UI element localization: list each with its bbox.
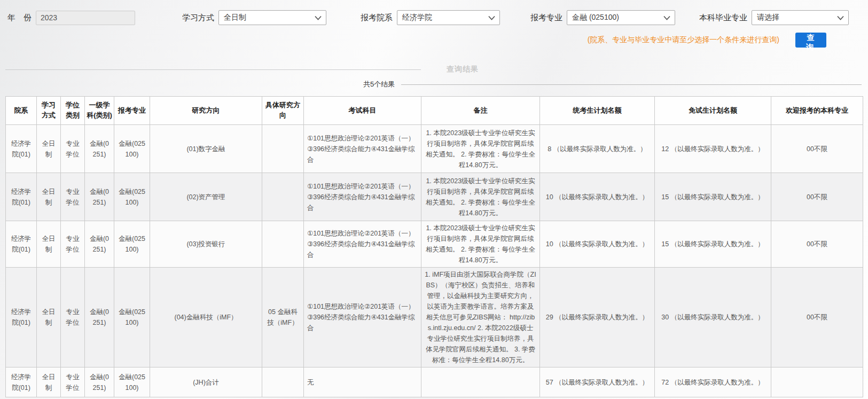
legend-divider: [5, 69, 421, 70]
table-cell: (01)数字金融: [150, 125, 262, 173]
table-cell: 经济学院(01): [6, 221, 37, 268]
column-header: 备注: [421, 97, 540, 125]
table-cell: 经济学院(01): [6, 173, 37, 221]
table-cell: 10 （以最终实际录取人数为准。）: [540, 173, 655, 221]
department-select[interactable]: 经济学院: [397, 10, 500, 25]
table-cell: 金融(0251): [85, 221, 114, 268]
table-cell: [262, 173, 304, 221]
table-cell: 经济学院(01): [6, 125, 37, 173]
table-cell: 全日制: [37, 173, 61, 221]
major-value: 金融 (025100): [572, 13, 619, 22]
department-value: 经济学院: [402, 13, 432, 22]
table-cell: 1. iMF项目由浙大国际联合商学院（ZIBS）（海宁校区）负责招生、培养和管理…: [421, 268, 540, 367]
chevron-down-icon: [663, 15, 670, 20]
table-cell: 专业学位: [61, 268, 85, 367]
query-button[interactable]: 查 询: [795, 33, 826, 48]
column-header: 院系: [6, 97, 37, 125]
results-legend-title: 查询结果: [447, 65, 479, 74]
study-mode-select[interactable]: 全日制: [218, 10, 326, 25]
table-cell: 经济学院(01): [6, 268, 37, 367]
column-header: 欢迎报考的本科专业: [771, 97, 863, 125]
table-cell: 57 （以最终实际录取人数为准。）: [540, 367, 655, 397]
results-count-row: 共5个结果: [363, 80, 862, 89]
table-cell: [262, 367, 304, 397]
table-cell: 8 （以最终实际录取人数为准。）: [540, 125, 655, 173]
table-cell: [771, 367, 863, 397]
table-cell: 1. 本院2023级硕士专业学位研究生实行项目制培养，具体见学院官网后续相关通知…: [421, 125, 540, 173]
table-cell: 15 （以最终实际录取人数为准。）: [655, 173, 771, 221]
column-header: 一级学科(类别): [85, 97, 114, 125]
table-cell: 00不限: [771, 268, 863, 367]
table-cell: (04)金融科技（iMF）: [150, 268, 262, 367]
table-cell: 专业学位: [61, 173, 85, 221]
results-table: 院系学习方式学位类别一级学科(类别)报考专业研究方向具体研究方向考试科目备注统考…: [5, 96, 863, 397]
table-cell: 金融(0251): [85, 125, 114, 173]
table-cell: 全日制: [37, 367, 61, 397]
table-cell: 29 （以最终实际录取人数为准。）: [540, 268, 655, 367]
table-cell: 00不限: [771, 173, 863, 221]
year-label: 年 份: [7, 13, 32, 23]
table-cell: 15 （以最终实际录取人数为准。）: [655, 221, 771, 268]
table-row: 经济学院(01)全日制专业学位金融(0251)金融(025100)(01)数字金…: [6, 125, 863, 173]
year-input[interactable]: [36, 11, 135, 25]
table-cell: (JH)合计: [150, 367, 262, 397]
table-cell: 金融(025100): [114, 125, 150, 173]
column-header: 免试生计划名额: [655, 97, 771, 125]
study-mode-value: 全日制: [224, 13, 246, 22]
table-cell: ①101思想政治理论②201英语（一）③396经济类综合能力④431金融学综合: [304, 173, 421, 221]
major-select[interactable]: 金融 (025100): [567, 10, 675, 25]
undergrad-major-label: 本科毕业专业: [699, 13, 747, 23]
table-cell: (03)投资银行: [150, 221, 262, 268]
table-cell: 12 （以最终实际录取人数为准。）: [655, 125, 771, 173]
table-row: 经济学院(01)全日制专业学位金融(0251)金融(025100)(04)金融科…: [6, 268, 863, 367]
table-row: 经济学院(01)全日制专业学位金融(0251)金融(025100)(JH)合计无…: [6, 367, 863, 397]
table-cell: 专业学位: [61, 367, 85, 397]
table-cell: ①101思想政治理论②201英语（一）③396经济类综合能力④431金融学综合: [304, 221, 421, 268]
table-cell: 1. 本院2023级硕士专业学位研究生实行项目制培养，具体见学院官网后续相关通知…: [421, 173, 540, 221]
column-header: 研究方向: [150, 97, 262, 125]
table-cell: 1. 本院2023级硕士专业学位研究生实行项目制培养，具体见学院官网后续相关通知…: [421, 221, 540, 268]
table-cell: 全日制: [37, 221, 61, 268]
table-cell: 经济学院(01): [6, 367, 37, 397]
table-cell: 金融(0251): [85, 173, 114, 221]
table-cell: 金融(025100): [114, 221, 150, 268]
table-cell: 00不限: [771, 221, 863, 268]
count-divider: [401, 84, 862, 85]
table-cell: [262, 221, 304, 268]
table-cell: 全日制: [37, 125, 61, 173]
table-cell: 72 （以最终实际录取人数为准。）: [655, 367, 771, 397]
table-cell: ①101思想政治理论②201英语（一）③396经济类综合能力④431金融学综合: [304, 268, 421, 367]
table-cell: [262, 125, 304, 173]
column-header: 考试科目: [304, 97, 421, 125]
table-cell: 金融(0251): [85, 268, 114, 367]
query-form: 年 份 学习方式 全日制 报考院系 经济学院 报考专业 金融 (025100) …: [7, 10, 868, 26]
table-cell: 30 （以最终实际录取人数为准。）: [655, 268, 771, 367]
table-cell: 无: [304, 367, 421, 397]
table-cell: 全日制: [37, 268, 61, 367]
table-cell: ①101思想政治理论②201英语（一）③396经济类综合能力④431金融学综合: [304, 125, 421, 173]
table-cell: 专业学位: [61, 125, 85, 173]
table-cell: 金融(025100): [114, 367, 150, 397]
table-cell: [421, 367, 540, 397]
table-cell: 05 金融科技（iMF）: [262, 268, 304, 367]
query-form-actions: (院系、专业与毕业专业中请至少选择一个条件来进行查询) 查 询: [0, 33, 826, 48]
results-count: 共5个结果: [363, 80, 395, 89]
table-cell: 专业学位: [61, 221, 85, 268]
department-label: 报考院系: [361, 13, 393, 23]
column-header: 具体研究方向: [262, 97, 304, 125]
table-row: 经济学院(01)全日制专业学位金融(0251)金融(025100)(03)投资银…: [6, 221, 863, 268]
chevron-down-icon: [315, 15, 322, 20]
table-cell: 金融(025100): [114, 173, 150, 221]
table-cell: 金融(025100): [114, 268, 150, 367]
column-header: 学习方式: [37, 97, 61, 125]
table-cell: (02)资产管理: [150, 173, 262, 221]
column-header: 统考生计划名额: [540, 97, 655, 125]
query-hint: (院系、专业与毕业专业中请至少选择一个条件来进行查询): [588, 35, 779, 45]
table-cell: 10 （以最终实际录取人数为准。）: [540, 221, 655, 268]
column-header: 报考专业: [114, 97, 150, 125]
chevron-down-icon: [488, 15, 495, 20]
undergrad-major-select[interactable]: 请选择: [752, 10, 849, 25]
results-legend: 查询结果: [5, 65, 868, 74]
table-cell: 00不限: [771, 125, 863, 173]
table-row: 经济学院(01)全日制专业学位金融(0251)金融(025100)(02)资产管…: [6, 173, 863, 221]
